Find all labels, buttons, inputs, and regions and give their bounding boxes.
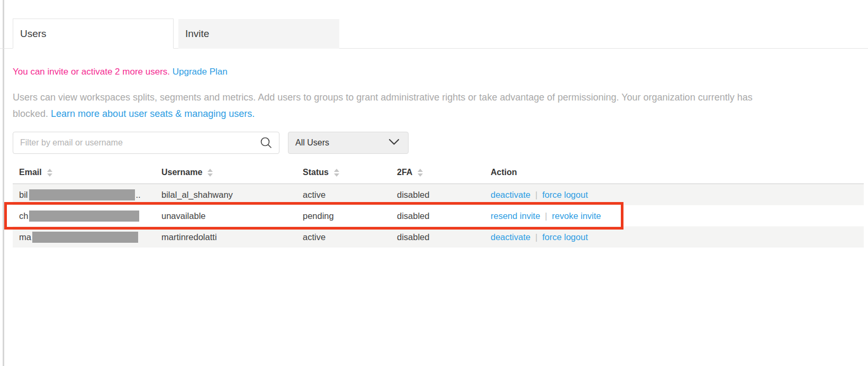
description-line1: Users can view workspaces splits, segmen…	[13, 89, 868, 106]
column-header-label: 2FA	[397, 168, 412, 177]
status-cell: pending	[296, 211, 391, 221]
filter-toolbar: All Users	[13, 132, 868, 154]
action-separator: |	[535, 190, 537, 200]
page-left-edge	[3, 0, 4, 366]
twofa-cell: disabled	[391, 190, 484, 200]
email-prefix: bil	[19, 190, 28, 200]
redaction-box	[32, 232, 138, 243]
action-cell: deactivate | force logout	[484, 190, 864, 200]
user-filter-dropdown[interactable]: All Users	[288, 132, 409, 154]
column-header-label: Email	[19, 168, 42, 177]
revoke-invite-link[interactable]: revoke invite	[552, 211, 601, 221]
table-row: ch unavailable pending disabled resend i…	[13, 205, 864, 226]
email-cell: ma	[13, 232, 155, 243]
status-cell: active	[296, 190, 391, 200]
sort-icon	[418, 169, 423, 177]
redaction-box	[29, 211, 139, 222]
table-row: bil .. bilal_al_shahwany active disabled…	[13, 184, 864, 205]
email-suffix: ..	[136, 190, 141, 200]
chevron-down-icon	[388, 138, 400, 148]
column-header-status[interactable]: Status	[296, 168, 391, 177]
seat-notice: You can invite or activate 2 more users.…	[13, 67, 868, 77]
users-table: Email Username Status 2FA Action bil .. …	[13, 161, 864, 248]
twofa-cell: disabled	[391, 211, 484, 221]
tab-bar: UsersInvite	[13, 19, 868, 49]
email-cell: ch	[13, 211, 155, 222]
force-logout-link[interactable]: force logout	[542, 232, 588, 242]
column-header-label: Status	[303, 168, 329, 177]
action-separator: |	[535, 232, 537, 242]
column-header-2fa[interactable]: 2FA	[391, 168, 484, 177]
column-header-action: Action	[484, 168, 864, 177]
action-cell: deactivate | force logout	[484, 232, 864, 242]
sort-icon	[207, 169, 213, 177]
status-cell: active	[296, 232, 391, 242]
learn-more-link[interactable]: Learn more about user seats & managing u…	[51, 108, 255, 119]
action-cell: resend invite | revoke invite	[484, 211, 864, 221]
sort-icon	[334, 169, 339, 177]
sort-icon	[47, 169, 52, 177]
username-cell: unavailable	[155, 211, 296, 221]
column-header-username[interactable]: Username	[155, 168, 296, 177]
user-filter-dropdown-value: All Users	[295, 138, 329, 148]
table-header-row: Email Username Status 2FA Action	[13, 161, 864, 184]
email-cell: bil ..	[13, 189, 155, 200]
table-row: ma martinredolatti active disabled deact…	[13, 226, 864, 248]
magnifier-icon[interactable]	[259, 136, 273, 152]
filter-search-input[interactable]	[13, 132, 279, 154]
deactivate-link[interactable]: deactivate	[491, 190, 530, 200]
description-line2-text: blocked.	[13, 108, 51, 119]
email-prefix: ch	[19, 211, 28, 221]
redaction-box	[29, 189, 135, 200]
seat-notice-text: You can invite or activate 2 more users.	[13, 67, 170, 77]
upgrade-plan-link[interactable]: Upgrade Plan	[173, 67, 228, 77]
tab-invite[interactable]: Invite	[178, 19, 339, 49]
email-prefix: ma	[19, 232, 31, 242]
deactivate-link[interactable]: deactivate	[491, 232, 530, 242]
filter-search	[13, 132, 279, 154]
tab-users[interactable]: Users	[13, 19, 174, 49]
username-cell: bilal_al_shahwany	[155, 190, 296, 200]
column-header-email[interactable]: Email	[13, 168, 155, 177]
force-logout-link[interactable]: force logout	[542, 190, 588, 200]
users-description: Users can view workspaces splits, segmen…	[13, 89, 868, 122]
twofa-cell: disabled	[391, 232, 484, 242]
column-header-label: Action	[491, 168, 517, 177]
resend-invite-link[interactable]: resend invite	[491, 211, 540, 221]
description-line2: blocked. Learn more about user seats & m…	[13, 106, 868, 122]
action-separator: |	[545, 211, 547, 221]
username-cell: martinredolatti	[155, 232, 296, 242]
column-header-label: Username	[161, 168, 202, 177]
